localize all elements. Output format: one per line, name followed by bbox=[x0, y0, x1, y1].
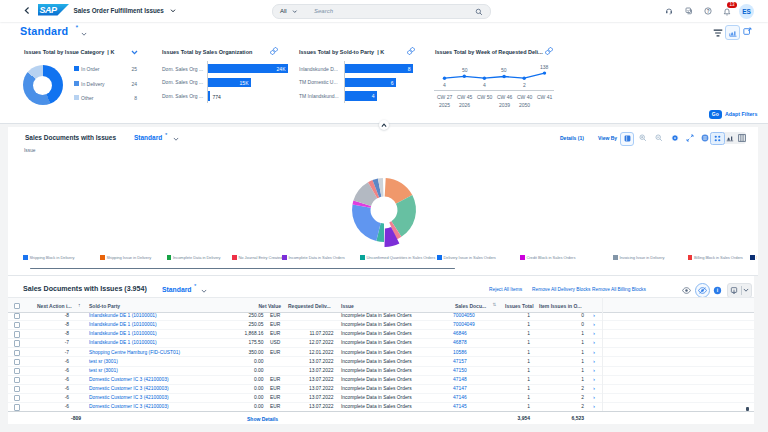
svg-text:?: ? bbox=[706, 9, 709, 14]
svg-text:SAP: SAP bbox=[40, 5, 59, 15]
